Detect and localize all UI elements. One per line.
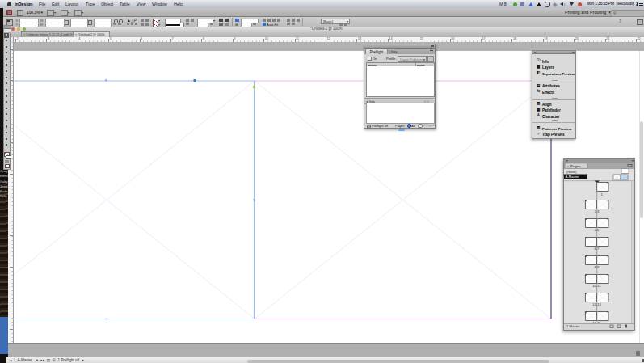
svg-text:12-13: 12-13 xyxy=(592,302,601,306)
svg-text:4-5: 4-5 xyxy=(594,228,600,232)
svg-text:6-7: 6-7 xyxy=(594,247,600,251)
svg-text:2-3: 2-3 xyxy=(594,209,600,213)
svg-text:8-9: 8-9 xyxy=(594,265,600,269)
svg-text:10-11: 10-11 xyxy=(592,284,601,288)
svg-text:◇: ◇ xyxy=(567,165,570,168)
svg-text:1 Master: 1 Master xyxy=(566,324,580,328)
svg-text:A-Master: A-Master xyxy=(566,175,580,179)
svg-text:Pages: Pages xyxy=(570,164,581,168)
svg-text:[None]: [None] xyxy=(566,170,576,174)
